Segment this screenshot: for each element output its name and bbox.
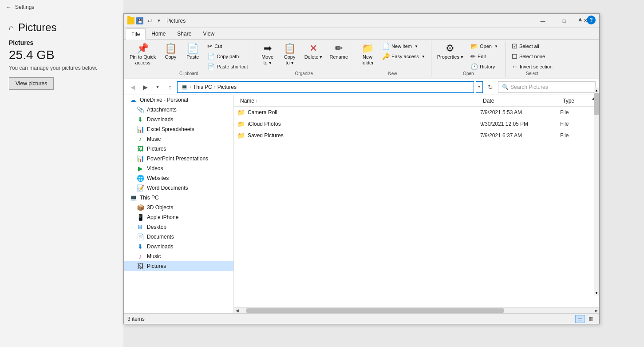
view-list-button[interactable]: ▦ <box>586 315 596 323</box>
pin-to-quick-access-button[interactable]: 📌 Pin to Quickaccess <box>126 41 159 68</box>
scroll-left-button[interactable]: ◀ <box>234 307 240 314</box>
horizontal-scrollbar[interactable]: ◀ ▶ <box>234 307 599 313</box>
3d-icon: 📦 <box>136 204 144 211</box>
cut-button[interactable]: ✂ Cut <box>204 41 251 51</box>
nav-item-iphone[interactable]: 📱 Apple iPhone <box>124 212 233 222</box>
vscroll-down-nav[interactable]: ▼ <box>594 290 599 295</box>
tab-share[interactable]: Share <box>171 28 197 39</box>
videos-icon: ▶ <box>136 165 144 172</box>
pin-label: Pin to Quickaccess <box>130 54 156 66</box>
new-item-button[interactable]: 📄 New item ▼ <box>379 41 428 51</box>
ribbon-collapse-button[interactable]: ▲ <box>577 16 583 23</box>
move-to-button[interactable]: ➡ Moveto ▾ <box>257 41 278 68</box>
paste-shortcut-button[interactable]: 📄 Paste shortcut <box>204 62 251 72</box>
tab-home[interactable]: Home <box>146 28 171 39</box>
maximize-button[interactable]: □ <box>554 14 574 28</box>
back-button[interactable]: ← <box>5 4 12 11</box>
ribbon-tabs: File Home Share View <box>124 28 599 40</box>
col-date[interactable]: Date <box>480 98 560 104</box>
nav-item-downloads-od[interactable]: ⬇ Downloads <box>124 115 233 124</box>
edit-label: Edit <box>478 54 486 59</box>
save-icon: 💾 <box>136 17 143 24</box>
nav-item-videos[interactable]: ▶ Videos <box>124 164 233 173</box>
copy-path-button[interactable]: 📄 Copy path <box>204 52 251 61</box>
scroll-track <box>246 308 587 313</box>
col-type[interactable]: Type <box>560 98 596 104</box>
rename-button[interactable]: ✏ Rename <box>327 41 352 62</box>
file-date-camera-roll: 7/9/2021 5:53 AM <box>480 109 560 116</box>
nav-item-thispc[interactable]: 💻 This PC <box>124 193 233 203</box>
help-button[interactable]: ? <box>587 16 596 24</box>
copy-to-button[interactable]: 📋 Copyto ▾ <box>279 41 300 68</box>
invert-label: Invert selection <box>520 64 553 69</box>
tab-file[interactable]: File <box>126 28 146 40</box>
nav-item-word[interactable]: 📝 Word Documents <box>124 183 233 193</box>
explorer-title: Pictures <box>163 18 186 24</box>
invert-selection-button[interactable]: ↔ Invert selection <box>509 62 556 72</box>
vertical-scrollbar-nav[interactable]: ▲ ▼ <box>594 95 599 295</box>
new-item-icon: 📄 <box>382 43 390 50</box>
pictures-icon: 🖼 <box>136 263 144 270</box>
nav-label-desktop: Desktop <box>147 224 166 230</box>
history-button[interactable]: 🕐 History <box>467 62 503 72</box>
copy-button[interactable]: 📋 Copy <box>160 41 181 62</box>
nav-item-ppt[interactable]: 📊 PowerPoint Presentations <box>124 154 233 164</box>
view-details-button[interactable]: ☰ <box>575 315 585 323</box>
nav-item-desktop[interactable]: 🖥 Desktop <box>124 222 233 232</box>
titlebar-dropdown-arrow[interactable]: ▼ <box>157 18 161 23</box>
nav-item-3d[interactable]: 📦 3D Objects <box>124 203 233 212</box>
new-folder-icon: 📁 <box>362 44 374 53</box>
delete-button[interactable]: ✕ Delete ▾ <box>301 41 326 62</box>
scroll-right-button[interactable]: ▶ <box>593 307 599 314</box>
settings-title: Settings <box>15 4 34 10</box>
titlebar-controls: — □ ✕ <box>533 14 596 28</box>
easy-access-label: Easy access <box>391 54 419 59</box>
file-type-saved: File <box>560 132 596 139</box>
nav-item-documents[interactable]: 📄 Documents <box>124 232 233 242</box>
nav-item-pictures-od[interactable]: 🖼 Pictures <box>124 144 233 154</box>
section-title: Pictures <box>9 39 115 46</box>
move-icon: ➡ <box>264 44 272 53</box>
easy-access-icon: 🔑 <box>382 53 390 60</box>
nav-label-music-od: Music <box>147 136 161 142</box>
nav-label-excel: Excel Spreadsheets <box>147 126 194 132</box>
minimize-button[interactable]: — <box>533 14 553 28</box>
nav-item-pictures[interactable]: 🖼 Pictures <box>124 261 233 271</box>
nav-item-websites[interactable]: 🌐 Websites <box>124 173 233 183</box>
excel-icon: 📊 <box>136 126 144 133</box>
sort-icon: ↑ <box>256 99 258 104</box>
scroll-thumb[interactable] <box>246 308 504 313</box>
file-row-camera-roll[interactable]: 📁 Camera Roll 7/9/2021 5:53 AM File <box>234 107 599 118</box>
open-button[interactable]: 📂 Open ▼ <box>467 41 503 51</box>
nav-label-ppt: PowerPoint Presentations <box>147 156 208 162</box>
col-name[interactable]: Name ↑ <box>237 98 480 104</box>
file-row-icloud[interactable]: 📁 iCloud Photos 9/30/2021 12:05 PM File <box>234 118 599 130</box>
nav-item-attachments[interactable]: 📎 Attachments <box>124 105 233 115</box>
nav-item-music[interactable]: ♪ Music <box>124 251 233 261</box>
open-label: Open <box>480 44 492 49</box>
tab-view[interactable]: View <box>197 28 220 39</box>
nav-label-downloads-od: Downloads <box>147 116 173 123</box>
nav-item-excel[interactable]: 📊 Excel Spreadsheets <box>124 124 233 134</box>
properties-button[interactable]: ⚙ Properties ▾ <box>434 41 466 62</box>
nav-label-3d: 3D Objects <box>147 204 173 211</box>
settings-header: ⌂ Pictures <box>9 21 115 34</box>
paste-button[interactable]: 📄 Paste <box>182 41 203 62</box>
nav-label-music: Music <box>147 253 161 259</box>
vscroll-thumb-nav[interactable] <box>594 95 599 115</box>
nav-item-downloads[interactable]: ⬇ Downloads <box>124 242 233 251</box>
new-folder-button[interactable]: 📁 Newfolder <box>357 41 378 68</box>
select-none-button[interactable]: ☐ Select none <box>509 52 556 61</box>
nav-item-onedrive[interactable]: ☁ OneDrive - Personal <box>124 95 233 105</box>
view-pictures-button[interactable]: View pictures <box>9 77 54 90</box>
items-count: 3 items <box>127 316 145 322</box>
nav-item-music-od[interactable]: ♪ Music <box>124 134 233 144</box>
edit-button[interactable]: ✏ Edit <box>467 52 503 61</box>
easy-access-button[interactable]: 🔑 Easy access ▼ <box>379 52 428 61</box>
select-none-icon: ☐ <box>512 53 518 60</box>
select-all-button[interactable]: ☑ Select all <box>509 41 556 51</box>
copy-icon: 📋 <box>165 44 177 53</box>
clipboard-items: 📌 Pin to Quickaccess 📋 Copy 📄 Paste <box>126 41 251 86</box>
paste-shortcut-label: Paste shortcut <box>217 64 248 69</box>
file-row-saved[interactable]: 📁 Saved Pictures 7/9/2021 6:37 AM File <box>234 130 599 141</box>
